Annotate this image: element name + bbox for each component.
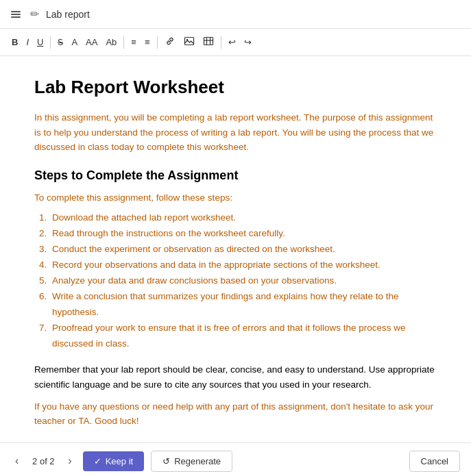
regenerate-icon: ↺	[162, 456, 170, 466]
remember-paragraph: Remember that your lab report should be …	[34, 362, 437, 392]
list-item: Conduct the experiment or observation as…	[49, 242, 437, 258]
edit-icon: ✏	[30, 8, 39, 21]
cancel-button[interactable]: Cancel	[409, 451, 460, 472]
toolbar-divider-2	[123, 36, 124, 49]
steps-list: Download the attached lab report workshe…	[49, 210, 437, 351]
list-item: Download the attached lab report workshe…	[49, 210, 437, 226]
svg-rect-2	[204, 38, 213, 45]
checkmark-icon: ✓	[94, 456, 101, 466]
link-button[interactable]	[161, 34, 179, 51]
strikethrough-button[interactable]: S̶	[54, 35, 67, 49]
sidebar-menu-icon[interactable]	[8, 8, 23, 21]
next-button[interactable]: ›	[64, 452, 75, 470]
list-item: Read through the instructions on the wor…	[49, 226, 437, 242]
toolbar-divider-4	[221, 36, 221, 49]
svg-rect-0	[184, 38, 193, 45]
keep-button[interactable]: ✓ Keep it	[83, 451, 144, 471]
closing-paragraph: If you have any questions or need help w…	[34, 399, 437, 429]
prev-button[interactable]: ‹	[11, 452, 23, 470]
image-button[interactable]	[180, 34, 198, 51]
regenerate-label: Regenerate	[174, 456, 221, 466]
document-title-input[interactable]	[46, 9, 463, 20]
redo-button[interactable]: ↪	[241, 35, 255, 49]
underline-button[interactable]: U	[34, 35, 47, 49]
document-heading: Lab Report Worksheet	[34, 77, 437, 98]
page-indicator: 2 of 2	[29, 456, 57, 466]
keep-button-label: Keep it	[106, 456, 133, 466]
list-item: Record your observations and data in the…	[49, 258, 437, 273]
highlight-button[interactable]: A	[68, 35, 81, 49]
italic-button[interactable]: I	[23, 35, 32, 49]
undo-button[interactable]: ↩	[225, 35, 239, 49]
title-bar: ✏	[0, 0, 471, 29]
bold-button[interactable]: B	[8, 35, 21, 49]
bullet-list-button[interactable]: ≡	[128, 35, 140, 49]
font-color-button[interactable]: Ab	[102, 35, 120, 49]
font-size-button[interactable]: AA	[82, 35, 101, 49]
table-button[interactable]	[200, 34, 217, 51]
formatting-toolbar: B I U S̶ A AA Ab ≡ ≡ ↩ ↪	[0, 29, 471, 56]
steps-intro-text: To complete this assignment, follow thes…	[34, 191, 437, 205]
toolbar-divider-3	[157, 36, 158, 49]
list-item: Proofread your work to ensure that it is…	[49, 321, 437, 352]
list-item: Write a conclusion that summarizes your …	[49, 289, 437, 321]
intro-paragraph: In this assignment, you will be completi…	[34, 110, 437, 155]
steps-heading: Steps to Complete the Assignment	[34, 168, 437, 183]
regenerate-button[interactable]: ↺ Regenerate	[151, 451, 232, 472]
toolbar-divider-1	[50, 36, 51, 49]
numbered-list-button[interactable]: ≡	[141, 35, 154, 49]
bottom-action-bar: ‹ 2 of 2 › ✓ Keep it ↺ Regenerate Cancel	[0, 442, 471, 476]
list-item: Analyze your data and draw conclusions b…	[49, 273, 437, 289]
editor-area[interactable]: Lab Report Worksheet In this assignment,…	[0, 56, 471, 442]
